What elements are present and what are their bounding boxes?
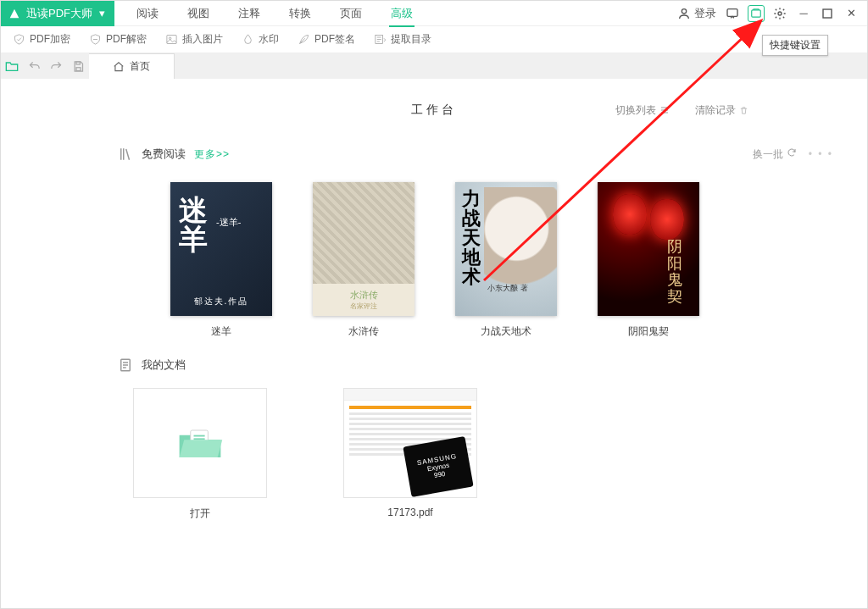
document-icon bbox=[118, 357, 133, 373]
switch-list-label: 切换列表 bbox=[615, 103, 656, 118]
svg-rect-4 bbox=[823, 9, 832, 18]
tool-label: PDF签名 bbox=[314, 32, 355, 47]
app-logo-icon bbox=[8, 7, 21, 20]
feedback-icon[interactable] bbox=[725, 6, 740, 21]
app-name: 迅读PDF大师 bbox=[26, 6, 92, 21]
menu-view[interactable]: 视图 bbox=[187, 6, 209, 21]
books-icon bbox=[118, 147, 133, 162]
shield-minus-icon bbox=[89, 33, 102, 46]
cover-author: 小东大酿 著 bbox=[487, 283, 528, 294]
tool-label: 水印 bbox=[259, 32, 279, 47]
window-maximize[interactable] bbox=[820, 6, 835, 21]
image-icon bbox=[165, 33, 178, 46]
tool-label: 插入图片 bbox=[182, 32, 223, 47]
doc-open[interactable]: 打开 bbox=[133, 388, 267, 521]
free-reading-more[interactable]: 更多>> bbox=[194, 147, 230, 162]
tool-pdf-encrypt[interactable]: PDF加密 bbox=[13, 32, 70, 47]
trash-icon bbox=[739, 106, 748, 115]
open-file-button[interactable] bbox=[1, 53, 23, 79]
open-folder-icon bbox=[175, 423, 225, 463]
shortcut-tooltip: 快捷键设置 bbox=[762, 35, 828, 56]
refresh-label: 换一批 bbox=[753, 148, 783, 160]
menu-annotate[interactable]: 注释 bbox=[238, 6, 260, 21]
chip-preview: SAMSUNG Exynos 990 bbox=[403, 436, 473, 497]
settings-icon[interactable] bbox=[772, 6, 787, 21]
svg-rect-12 bbox=[194, 435, 205, 437]
more-options-button[interactable]: • • • bbox=[809, 148, 833, 160]
book-cover: 水浒传 名家评注 bbox=[313, 182, 415, 316]
book-cover: 阴阳鬼契 bbox=[598, 182, 699, 316]
workbench-title: 工作台 bbox=[411, 102, 457, 118]
tool-extract-toc[interactable]: 提取目录 bbox=[374, 32, 431, 47]
doc-title: 打开 bbox=[190, 507, 210, 521]
tool-watermark[interactable]: 水印 bbox=[242, 32, 279, 47]
tool-insert-image[interactable]: 插入图片 bbox=[165, 32, 223, 47]
svg-rect-5 bbox=[167, 36, 176, 44]
main-menu: 阅读 视图 注释 转换 页面 高级 bbox=[114, 1, 413, 25]
window-close[interactable]: ✕ bbox=[843, 6, 859, 21]
tab-home[interactable]: 首页 bbox=[89, 53, 175, 79]
clear-history-label: 清除记录 bbox=[695, 103, 736, 118]
doc-tile: SAMSUNG Exynos 990 bbox=[343, 388, 477, 498]
book-title: 迷羊 bbox=[211, 324, 231, 339]
save-button[interactable] bbox=[67, 53, 89, 79]
svg-point-3 bbox=[778, 12, 782, 15]
cover-heading: 水浒传 bbox=[350, 289, 378, 302]
book-title: 阴阳鬼契 bbox=[628, 324, 669, 339]
book-title: 水浒传 bbox=[348, 324, 379, 339]
book-item[interactable]: 水浒传 名家评注 水浒传 bbox=[313, 182, 415, 339]
doc-recent-pdf[interactable]: SAMSUNG Exynos 990 17173.pdf bbox=[343, 388, 477, 521]
doc-tile bbox=[133, 388, 267, 498]
shield-check-icon bbox=[13, 33, 25, 46]
refresh-books-button[interactable]: 换一批 bbox=[753, 147, 796, 162]
user-icon bbox=[677, 7, 691, 20]
tool-label: PDF解密 bbox=[106, 32, 147, 47]
feather-icon bbox=[298, 33, 310, 46]
water-drop-icon bbox=[242, 33, 254, 46]
book-title: 力战天地术 bbox=[481, 324, 531, 339]
tool-pdf-sign[interactable]: PDF签名 bbox=[298, 32, 355, 47]
book-item[interactable]: 力战天地术 小东大酿 著 力战天地术 bbox=[455, 182, 557, 339]
tab-home-label: 首页 bbox=[130, 59, 150, 74]
shortcut-settings-icon[interactable] bbox=[748, 6, 764, 21]
login-button[interactable]: 登录 bbox=[677, 6, 716, 21]
list-icon bbox=[659, 105, 670, 115]
cover-author: 郁达夫.作品 bbox=[170, 296, 272, 307]
cover-sub: 名家评注 bbox=[350, 302, 377, 311]
clear-history-button[interactable]: 清除记录 bbox=[695, 103, 748, 118]
book-item[interactable]: 阴阳鬼契 阴阳鬼契 bbox=[598, 182, 699, 339]
svg-rect-1 bbox=[727, 8, 737, 16]
svg-rect-2 bbox=[752, 9, 761, 16]
svg-rect-8 bbox=[76, 67, 81, 70]
app-brand[interactable]: 迅读PDF大师 ▾ bbox=[1, 1, 114, 26]
cover-vertical: 力战天地术 bbox=[462, 189, 481, 286]
undo-button[interactable] bbox=[23, 53, 45, 79]
free-reading-label: 免费阅读 bbox=[142, 147, 186, 162]
tool-label: 提取目录 bbox=[391, 32, 431, 47]
home-icon bbox=[113, 61, 125, 73]
tool-label: PDF加密 bbox=[30, 32, 70, 47]
chip-model: Exynos 990 bbox=[426, 461, 451, 479]
refresh-icon bbox=[787, 147, 797, 158]
menu-read[interactable]: 阅读 bbox=[136, 6, 159, 21]
brand-caret-icon[interactable]: ▾ bbox=[97, 7, 106, 19]
login-label: 登录 bbox=[694, 6, 716, 21]
cover-vertical: 阴阳鬼契 bbox=[667, 239, 682, 306]
redo-button[interactable] bbox=[45, 53, 67, 79]
book-cover: 力战天地术 小东大酿 著 bbox=[455, 182, 557, 316]
list-extract-icon bbox=[374, 33, 387, 46]
switch-list-button[interactable]: 切换列表 bbox=[615, 103, 670, 118]
doc-title: 17173.pdf bbox=[387, 507, 432, 518]
menu-advanced[interactable]: 高级 bbox=[391, 6, 413, 21]
tool-pdf-decrypt[interactable]: PDF解密 bbox=[89, 32, 147, 47]
svg-point-0 bbox=[682, 8, 686, 13]
cover-subtitle: -迷羊- bbox=[216, 216, 241, 229]
svg-rect-9 bbox=[76, 61, 80, 64]
book-item[interactable]: 迷 羊 -迷羊- 郁达夫.作品 迷羊 bbox=[170, 182, 272, 339]
svg-rect-13 bbox=[194, 438, 205, 440]
book-cover: 迷 羊 -迷羊- 郁达夫.作品 bbox=[170, 182, 272, 316]
advanced-toolbar: PDF加密 PDF解密 插入图片 水印 PDF签名 提取目录 bbox=[1, 26, 867, 53]
window-minimize[interactable]: ─ bbox=[796, 6, 811, 21]
menu-convert[interactable]: 转换 bbox=[289, 6, 311, 21]
menu-page[interactable]: 页面 bbox=[340, 6, 362, 21]
